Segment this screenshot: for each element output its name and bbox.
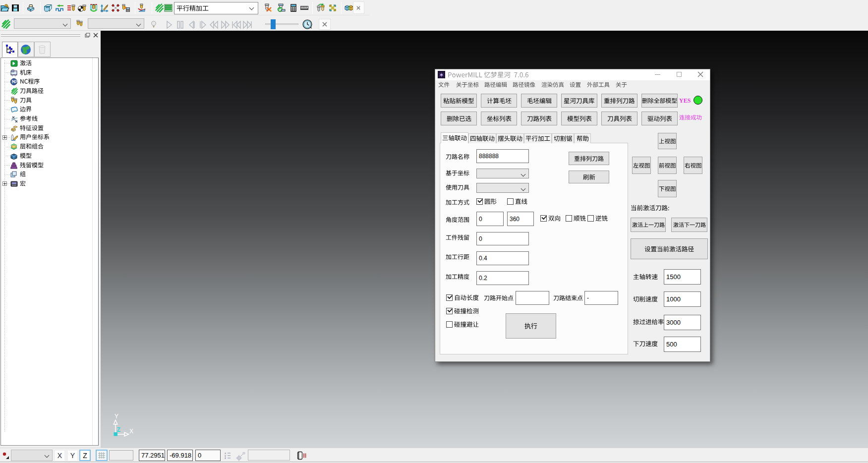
svg-text:Y: Y <box>115 413 118 420</box>
svg-text:X: X <box>129 428 133 435</box>
svg-text:Z: Z <box>117 426 120 433</box>
svg-text:z: z <box>225 457 226 460</box>
